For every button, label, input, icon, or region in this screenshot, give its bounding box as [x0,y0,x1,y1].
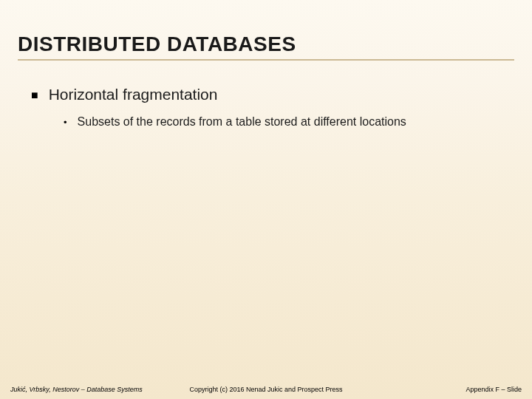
title-area: DISTRIBUTED DATABASES [0,0,532,61]
slide: DISTRIBUTED DATABASES ■ Horizontal fragm… [0,0,532,399]
slide-footer: Jukić, Vrbsky, Nestorov – Database Syste… [0,386,532,393]
footer-authors: Jukić, Vrbsky, Nestorov – Database Syste… [10,386,143,393]
footer-slide-ref: Appendix F – Slide [466,386,522,393]
footer-copyright: Copyright (c) 2016 Nenad Jukic and Prosp… [189,386,342,393]
bullet-level-1: ■ Horizontal fragmentation [31,86,514,105]
slide-title: DISTRIBUTED DATABASES [18,33,514,59]
bullet-level-2: • Subsets of the records from a table st… [64,115,514,130]
bullet-l1-text: Horizontal fragmentation [49,86,218,103]
dot-bullet-icon: • [64,115,67,130]
square-bullet-icon: ■ [31,86,38,105]
slide-body: ■ Horizontal fragmentation • Subsets of … [0,61,532,130]
bullet-l2-text: Subsets of the records from a table stor… [78,115,406,129]
